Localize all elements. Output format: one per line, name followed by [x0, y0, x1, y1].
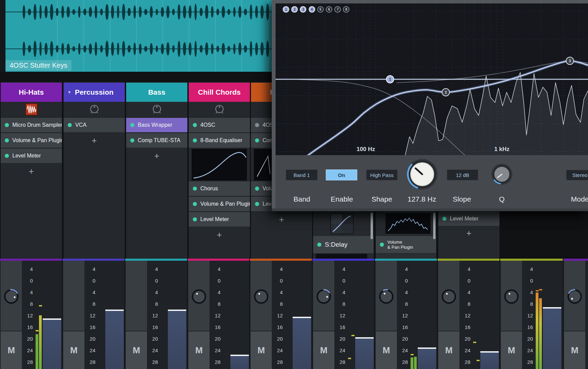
add-plugin-button[interactable]: + — [189, 228, 250, 242]
svg-text:1: 1 — [389, 77, 391, 81]
instrument-icon-row[interactable] — [1, 102, 62, 117]
slope-select-button[interactable]: 12 dB — [447, 169, 478, 180]
plugin-active-dot[interactable] — [5, 154, 9, 158]
band-5-selector[interactable]: 5 — [317, 6, 324, 13]
pan-knob[interactable] — [253, 289, 269, 304]
pan-knob[interactable] — [378, 289, 394, 304]
volume-fader[interactable] — [480, 351, 499, 369]
plugin-active-dot[interactable] — [317, 243, 321, 247]
plugin-slot[interactable]: Chorus — [189, 181, 250, 196]
pan-knob[interactable] — [3, 289, 19, 304]
plugin-active-dot[interactable] — [255, 202, 259, 206]
add-plugin-button[interactable]: + — [64, 133, 125, 148]
rack-header[interactable]: Bass — [126, 83, 187, 102]
plugin-active-dot[interactable] — [193, 202, 197, 206]
plugin-active-dot[interactable] — [5, 123, 9, 127]
add-plugin-button[interactable]: + — [438, 226, 499, 240]
plugin-slot[interactable]: Volume & Pan Plugin — [189, 197, 250, 211]
plugin-slot[interactable]: Level Meter — [189, 212, 250, 227]
clip-name-label: 4OSC Stutter Keys — [5, 60, 71, 71]
plugin-slot[interactable]: Level Meter — [438, 211, 499, 226]
rack-vertical-scrollbar[interactable] — [433, 213, 436, 239]
plugin-active-dot[interactable] — [193, 217, 197, 221]
volume-fader[interactable] — [43, 318, 61, 369]
pan-knob[interactable] — [441, 289, 457, 304]
mode-select-button[interactable]: Stereo — [566, 170, 588, 180]
plugin-active-dot[interactable] — [255, 123, 259, 127]
band-6-selector[interactable]: 6 — [326, 6, 332, 13]
add-plugin-button[interactable]: + — [126, 149, 187, 163]
mute-button[interactable]: M — [313, 331, 334, 369]
plugin-thumbnail[interactable] — [316, 254, 367, 259]
instrument-icon-row[interactable] — [126, 102, 187, 117]
band-enable-button[interactable]: On — [326, 169, 357, 180]
mute-button[interactable]: M — [188, 331, 210, 369]
volume-fader[interactable] — [543, 307, 561, 369]
rack-header[interactable]: Hi-Hats — [1, 83, 62, 102]
plugin-slot[interactable]: Micro Drum Sampler — [1, 118, 62, 132]
volume-fader[interactable] — [230, 355, 249, 369]
volume-fader[interactable] — [293, 317, 311, 369]
rack-header[interactable]: ▼Percussion — [64, 83, 125, 102]
fader-cap — [293, 317, 311, 318]
volume-fader[interactable] — [168, 310, 186, 369]
mute-button[interactable]: M — [251, 331, 272, 369]
band-select-button[interactable]: Band 1 — [286, 169, 318, 180]
plugin-slot[interactable]: VCA — [64, 118, 125, 132]
plugin-slot[interactable]: S:Delay — [313, 236, 374, 253]
add-plugin-button[interactable]: + — [251, 212, 312, 227]
mute-button[interactable]: M — [376, 331, 397, 369]
mute-button[interactable]: M — [564, 331, 585, 369]
eq-node-handle-3[interactable]: 3 — [566, 57, 574, 65]
rack-header[interactable]: Chill Chords — [189, 83, 250, 102]
plugin-active-dot[interactable] — [193, 187, 197, 191]
plugin-slot[interactable]: Level Meter — [1, 149, 62, 163]
add-plugin-button[interactable]: + — [1, 164, 62, 178]
plugin-active-dot[interactable] — [5, 138, 9, 142]
mute-button[interactable]: M — [63, 331, 84, 369]
plugin-active-dot[interactable] — [130, 138, 134, 142]
volume-fader[interactable] — [418, 347, 436, 369]
mute-button[interactable]: M — [501, 331, 522, 369]
volume-fader[interactable] — [355, 337, 374, 369]
mute-button[interactable]: M — [1, 331, 22, 369]
rack-vertical-scrollbar[interactable] — [371, 213, 373, 239]
q-knob[interactable] — [491, 163, 513, 186]
spectrum-thumbnail[interactable] — [386, 214, 430, 234]
pan-knob[interactable] — [316, 289, 332, 304]
plugin-slot[interactable]: 4OSC — [189, 118, 250, 132]
band-4-selector[interactable]: 4 — [309, 6, 315, 13]
volume-fader[interactable] — [105, 310, 124, 369]
plugin-active-dot[interactable] — [255, 187, 259, 191]
plugin-active-dot[interactable] — [130, 123, 134, 127]
pan-knob[interactable] — [504, 289, 519, 304]
plugin-active-dot[interactable] — [193, 123, 197, 127]
plugin-slot[interactable]: Comp TUBE-STA — [126, 133, 187, 148]
mute-button[interactable]: M — [126, 331, 147, 369]
plugin-slot[interactable]: 8-Band Equaliser — [189, 133, 250, 148]
plugin-name: Level Meter — [200, 216, 229, 222]
band-1-selector[interactable]: 1 — [283, 6, 289, 13]
shape-select-button[interactable]: High Pass — [366, 169, 398, 180]
plugin-active-dot[interactable] — [255, 138, 259, 142]
eq-curve-thumbnail[interactable] — [192, 149, 247, 180]
mute-button[interactable]: M — [438, 331, 459, 369]
plugin-active-dot[interactable] — [68, 123, 72, 127]
instrument-icon-row[interactable] — [64, 102, 125, 117]
compressor-thumbnail[interactable] — [331, 214, 353, 234]
eq-node-handle-1[interactable]: 1 — [386, 76, 394, 83]
plugin-slot[interactable]: Level Meter — [376, 254, 436, 259]
collapse-triangle-icon[interactable]: ▼ — [67, 90, 71, 95]
plugin-active-dot[interactable] — [193, 138, 197, 142]
plugin-active-dot[interactable] — [380, 243, 384, 247]
eq-node-handle-2[interactable]: 2 — [442, 88, 450, 96]
pan-knob[interactable] — [191, 289, 207, 304]
plugin-slot[interactable]: Volume & Pan Plugin — [1, 133, 62, 148]
plugin-active-dot[interactable] — [442, 217, 446, 221]
rack-column-hi-hats: Hi-HatsMicro Drum SamplerVolume & Pan Pl… — [1, 82, 62, 259]
plugin-slot[interactable]: Bass Wrapper — [126, 118, 187, 132]
plugin-slot[interactable]: Volume& Pan Plugin — [376, 236, 436, 253]
frequency-knob[interactable] — [406, 158, 438, 190]
instrument-icon-row[interactable] — [189, 102, 250, 117]
pan-knob[interactable] — [567, 289, 583, 304]
